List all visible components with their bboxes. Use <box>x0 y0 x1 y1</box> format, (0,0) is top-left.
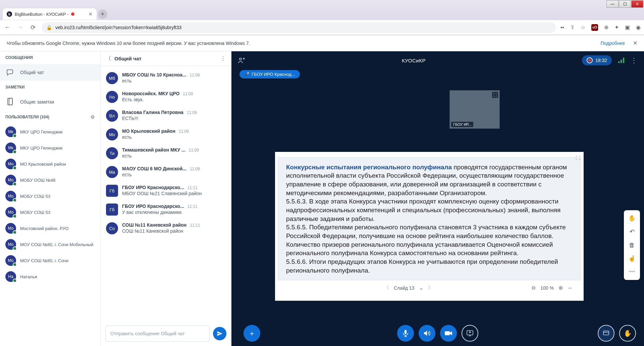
message-avatar: Гб <box>106 204 118 216</box>
user-name: МОБУ СОШ 53 <box>20 194 50 199</box>
browser-tab[interactable]: b BigBlueButton - КУОСиКР - ✕ <box>3 8 97 20</box>
svg-rect-1 <box>9 98 12 105</box>
close-window-button[interactable]: ✕ <box>631 0 643 8</box>
users-heading: ПОЛЬЗОВАТЕЛИ (104) <box>5 115 49 119</box>
undo-icon[interactable]: ↶ <box>626 226 638 238</box>
user-name: Наталья <box>20 274 37 279</box>
user-row[interactable]: МоМОУ СОШ №80, г. Сочи <box>0 252 100 269</box>
user-name: МО Крыловский район <box>20 162 66 167</box>
status-dot-icon <box>13 166 17 170</box>
info-message: Чтобы обновлять Google Chrome, нужна Win… <box>7 41 250 46</box>
prev-slide-button[interactable]: 〈 <box>384 284 389 291</box>
chat-message: Но Новороссийск. МКУ ЦРО11:09 Есть звук. <box>101 88 231 106</box>
zoom-in-button[interactable]: ⊕ <box>558 285 563 291</box>
minimize-button[interactable]: — <box>606 0 619 8</box>
message-text: есть <box>122 172 226 177</box>
hand-tool-icon[interactable]: ✋ <box>626 212 638 224</box>
user-row[interactable]: МоМостовский район. РУО <box>0 220 100 236</box>
info-link[interactable]: Подробнее <box>601 41 625 46</box>
user-row[interactable]: МоМОБУ ООШ №48 <box>0 172 100 188</box>
main-menu-icon[interactable]: ⋮ <box>631 56 637 64</box>
message-author: ГБОУ ИРО Краснодарско... <box>122 204 184 209</box>
user-row[interactable]: МоМО Крыловский район <box>0 156 100 172</box>
ublock-icon[interactable]: uO <box>591 24 598 31</box>
user-avatar: Мо <box>5 207 16 218</box>
webcam-button[interactable] <box>440 325 457 342</box>
recording-indicator[interactable]: 18:32 <box>582 55 612 65</box>
delete-icon[interactable]: 🗑 <box>626 239 638 251</box>
share-icon[interactable]: ⇪ <box>570 24 575 31</box>
message-avatar: Ти <box>106 147 118 159</box>
forward-button[interactable]: → <box>16 24 24 31</box>
globe-icon[interactable]: ⊕ <box>604 24 608 31</box>
actions-button[interactable]: ＋ <box>244 325 260 342</box>
message-text: ЕСТЬ!!! <box>122 116 226 121</box>
chat-messages: Мб МБОУ СОШ № 10 Красноа...11:08 есть Но… <box>101 66 231 321</box>
back-button[interactable]: ← <box>3 24 11 31</box>
mic-button[interactable] <box>397 325 414 342</box>
user-avatar: На <box>5 271 16 282</box>
chat-input[interactable]: Отправить сообщение Общий чат <box>105 326 210 342</box>
message-author: ГБОУ ИРО Краснодарско... <box>122 185 184 190</box>
message-time: 11:11 <box>187 185 198 190</box>
slide-expand-icon[interactable]: ⛶ <box>576 155 580 161</box>
network-icon[interactable] <box>618 57 625 63</box>
info-dismiss-icon[interactable]: ✕ <box>633 40 637 46</box>
minimize-presentation-button[interactable] <box>598 325 614 342</box>
sidepanel-icon[interactable]: ▣ <box>625 24 630 31</box>
tab-close-icon[interactable]: ✕ <box>89 11 93 17</box>
webcam-thumbnail[interactable]: ⛶ ГБОУ ИР... <box>449 90 500 129</box>
chat-message: Мб МБОУ СОШ № 10 Красноа...11:08 есть <box>101 69 231 88</box>
pointer-tool-icon[interactable]: ☝ <box>626 252 638 265</box>
message-author: МАОУ СОШ 6 МО Динской... <box>122 166 186 171</box>
camera-icon[interactable]: ▪▪ <box>560 24 564 31</box>
tab-favicon: b <box>7 11 12 17</box>
status-dot-icon <box>13 150 17 154</box>
chat-title: Общий чат <box>114 56 142 61</box>
new-tab-button[interactable]: + <box>98 9 107 19</box>
chat-message: Со СОШ №11 Каневской район11:11 СОШ №11 … <box>101 219 231 238</box>
fit-width-button[interactable]: ↔ <box>568 285 573 291</box>
chart-tool-icon[interactable]: 〰 <box>626 266 638 278</box>
users-heading-row: ПОЛЬЗОВАТЕЛИ (104) ⚙ <box>0 110 100 124</box>
user-row[interactable]: МоМОБУ СОШ 53 <box>0 204 100 220</box>
user-row[interactable]: МоМОУ СОШ №80, г. Сочи Мобильный <box>0 236 100 252</box>
message-time: 11:11 <box>187 204 198 209</box>
bookmark-icon[interactable]: ☆ <box>581 24 585 31</box>
users-toggle-icon[interactable] <box>238 57 246 63</box>
user-row[interactable]: МкМКУ ЦРО Геленджик <box>0 124 100 140</box>
next-slide-button[interactable]: 〉 <box>428 284 433 291</box>
webcam-expand-icon[interactable]: ⛶ <box>492 92 498 98</box>
extensions-icon[interactable]: ✦ <box>614 24 619 31</box>
sidebar-item-public-chat[interactable]: Общий чат <box>0 64 100 81</box>
zoom-out-button[interactable]: ⊖ <box>531 285 536 291</box>
status-dot-icon <box>13 214 17 218</box>
presentation-area: КУОСиКР 18:32 ⋮ 🎤 ГБОУ ИРО Краснод... ⛶ … <box>231 51 644 346</box>
user-row[interactable]: МкМКУ ЦРО Геленджик <box>0 140 100 156</box>
status-dot-icon <box>13 134 17 138</box>
message-avatar: Мб <box>106 72 118 84</box>
slide-dropdown-icon[interactable]: ⌄ <box>419 285 423 291</box>
users-settings-icon[interactable]: ⚙ <box>91 114 95 120</box>
chat-message: Гб ГБОУ ИРО Краснодарско...11:11 МБОУ ОО… <box>101 181 231 200</box>
profile-icon[interactable]: ◉ <box>636 24 641 31</box>
screenshare-button[interactable] <box>462 325 478 342</box>
message-time: 11:09 <box>187 110 197 115</box>
user-avatar: Мо <box>5 255 16 266</box>
message-avatar: Ма <box>106 166 118 178</box>
maximize-button[interactable]: ☐ <box>619 0 631 8</box>
sidebar-item-shared-notes[interactable]: Общие заметки <box>0 94 100 110</box>
chat-back-icon[interactable]: 〈 <box>106 55 111 62</box>
chat-menu-icon[interactable]: ⋮ <box>220 55 226 62</box>
raise-hand-button[interactable]: ✋ <box>619 325 636 342</box>
user-row[interactable]: НаНаталья <box>0 269 100 285</box>
audio-button[interactable] <box>419 325 435 342</box>
lock-icon: 🔒 <box>46 25 52 30</box>
user-name: МОБУ СОШ 53 <box>20 210 50 215</box>
reload-button[interactable]: ⟳ <box>29 24 37 31</box>
url-input[interactable]: 🔒 veb.iro23.ru/html5client/join?sessionT… <box>42 22 556 33</box>
send-button[interactable] <box>213 327 226 340</box>
svg-rect-3 <box>618 61 620 63</box>
user-row[interactable]: МоМОБУ СОШ 53 <box>0 188 100 204</box>
message-time: 11:09 <box>183 92 193 96</box>
